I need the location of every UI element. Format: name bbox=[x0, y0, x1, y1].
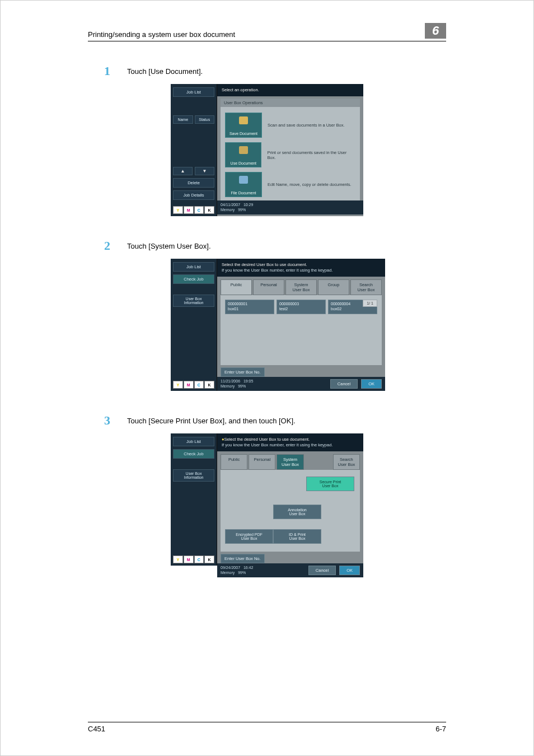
check-job-button[interactable]: Check Job bbox=[173, 449, 214, 459]
save-document-button[interactable]: Save Document bbox=[225, 113, 262, 138]
tab-search[interactable]: Search User Box bbox=[333, 454, 360, 470]
user-box-item[interactable]: 000000001 box01 bbox=[225, 300, 274, 314]
toner-m: M bbox=[184, 556, 194, 563]
tab-bar: Public Personal System User Box Group Se… bbox=[217, 277, 385, 295]
toner-k: K bbox=[204, 206, 214, 214]
user-box-info-button[interactable]: User Box Information bbox=[173, 469, 214, 482]
check-job-button[interactable]: Check Job bbox=[173, 274, 214, 284]
sidebar: Job List Check Job User Box Information … bbox=[171, 433, 217, 566]
use-label: Use Document bbox=[231, 161, 256, 165]
tab-search[interactable]: Search User Box bbox=[350, 279, 382, 295]
ok-button[interactable]: OK bbox=[361, 379, 382, 389]
file-label: File Document bbox=[231, 191, 256, 195]
file-document-button[interactable]: File Document bbox=[225, 172, 262, 197]
tab-group[interactable]: Group bbox=[318, 279, 349, 295]
memory-value: 99% bbox=[238, 384, 246, 388]
instruction-line2: If you know the User Box number, enter i… bbox=[222, 268, 332, 273]
tab-bar: Public Personal System User Box Search U… bbox=[217, 451, 363, 470]
box-number: 000000001 bbox=[228, 302, 247, 306]
step-number: 2 bbox=[88, 239, 110, 253]
sidebar: Job List Name Status ▲ ▼ Delete Job Deta… bbox=[171, 84, 217, 216]
user-box-info-button[interactable]: User Box Information bbox=[173, 295, 214, 307]
toner-indicator: Y M C K bbox=[173, 556, 214, 563]
toner-c: C bbox=[194, 381, 204, 389]
use-icon bbox=[239, 146, 248, 154]
page-indicator: 1/ 1 bbox=[363, 300, 377, 307]
tab-public[interactable]: Public bbox=[221, 454, 247, 470]
step-text: Touch [System User Box]. bbox=[127, 239, 211, 250]
footer-page: 6-7 bbox=[435, 725, 446, 733]
use-document-button[interactable]: Use Document bbox=[225, 142, 261, 167]
tab-personal[interactable]: Personal bbox=[249, 454, 275, 470]
memory-label: Memory bbox=[221, 571, 235, 575]
box-number: 000000003 bbox=[279, 302, 299, 306]
file-icon bbox=[239, 176, 248, 184]
toner-c: C bbox=[194, 206, 204, 214]
delete-button[interactable]: Delete bbox=[173, 178, 214, 188]
id-print-box-button[interactable]: ID & Print User Box bbox=[273, 529, 321, 544]
tab-system[interactable]: System User Box bbox=[277, 454, 303, 470]
box-name: test2 bbox=[279, 307, 288, 311]
step-number: 3 bbox=[88, 413, 110, 428]
scroll-down-icon[interactable]: ▼ bbox=[195, 167, 214, 175]
status-bar: 11/21/2006 19:05 Memory 99% Cancel OK bbox=[217, 377, 385, 391]
use-description: Print or send documents saved in the Use… bbox=[267, 150, 355, 160]
system-box-panel: Secure Print User Box Annotation User Bo… bbox=[221, 470, 360, 552]
toner-y: Y bbox=[173, 381, 183, 389]
scroll-up-icon[interactable]: ▲ bbox=[173, 167, 193, 175]
box-name: box02 bbox=[331, 307, 341, 311]
time-value: 16:42 bbox=[243, 566, 254, 570]
job-list-button[interactable]: Job List bbox=[173, 262, 214, 272]
step-1: 1 Touch [Use Document]. bbox=[88, 64, 446, 78]
encrypted-pdf-box-button[interactable]: Encrypted PDF User Box bbox=[225, 529, 273, 544]
toner-indicator: Y M C K bbox=[173, 381, 214, 389]
user-box-item[interactable]: 000000003 test2 bbox=[277, 300, 326, 314]
enter-box-no-button[interactable]: Enter User Box No. bbox=[221, 367, 265, 377]
instruction-line1: Select the desired User Box to use docum… bbox=[222, 262, 307, 267]
memory-value: 99% bbox=[238, 208, 246, 212]
step-text: Touch [Secure Print User Box], and then … bbox=[127, 413, 296, 425]
instruction-line2: If you know the User Box number, enter i… bbox=[222, 442, 332, 447]
secure-print-box-button[interactable]: Secure Print User Box bbox=[306, 477, 354, 491]
tab-personal[interactable]: Personal bbox=[253, 279, 284, 295]
time-value: 19:05 bbox=[243, 379, 254, 383]
box-name: box01 bbox=[228, 307, 238, 311]
instruction-bar: ●Select the desired User Box to use docu… bbox=[217, 433, 363, 451]
toner-y: Y bbox=[173, 556, 183, 563]
step-number: 1 bbox=[88, 64, 110, 78]
date-value: 09/24/2007 bbox=[221, 566, 240, 570]
toner-k: K bbox=[204, 556, 214, 563]
chapter-badge: 6 bbox=[425, 23, 446, 39]
memory-label: Memory bbox=[221, 208, 235, 212]
toner-c: C bbox=[194, 556, 204, 563]
job-list-button[interactable]: Job List bbox=[173, 87, 214, 97]
date-value: 04/11/2007 bbox=[221, 203, 240, 207]
step-text: Touch [Use Document]. bbox=[127, 64, 203, 76]
step-3: 3 Touch [Secure Print User Box], and the… bbox=[88, 413, 446, 428]
instruction-text: Select an operation. bbox=[222, 87, 259, 92]
enter-box-no-button[interactable]: Enter User Box No. bbox=[221, 554, 265, 563]
job-list-button[interactable]: Job List bbox=[173, 437, 214, 446]
instruction-bar: Select the desired User Box to use docum… bbox=[217, 259, 385, 277]
tab-system[interactable]: System User Box bbox=[285, 279, 317, 295]
toner-k: K bbox=[204, 381, 214, 389]
annotation-box-button[interactable]: Annotation User Box bbox=[273, 505, 321, 519]
tab-public[interactable]: Public bbox=[221, 279, 252, 295]
cancel-button[interactable]: Cancel bbox=[330, 379, 358, 389]
toner-m: M bbox=[184, 381, 194, 389]
page-header: Printing/sending a system user box docum… bbox=[88, 23, 446, 41]
date-value: 11/21/2006 bbox=[221, 379, 240, 383]
section-title: User Box Operations bbox=[221, 99, 360, 107]
step-2: 2 Touch [System User Box]. bbox=[88, 239, 446, 253]
footer-model: C451 bbox=[88, 725, 105, 733]
document-page: Printing/sending a system user box docum… bbox=[0, 0, 534, 756]
job-details-button[interactable]: Job Details bbox=[173, 190, 214, 200]
memory-value: 99% bbox=[238, 571, 246, 575]
toner-m: M bbox=[184, 206, 194, 214]
ok-button[interactable]: OK bbox=[339, 566, 360, 575]
save-description: Scan and save documents in a User Box. bbox=[268, 123, 345, 128]
screenshot-2: Job List Check Job User Box Information … bbox=[171, 259, 363, 391]
screenshot-3: Job List Check Job User Box Information … bbox=[171, 433, 363, 566]
screenshot-1: Job List Name Status ▲ ▼ Delete Job Deta… bbox=[171, 84, 363, 216]
cancel-button[interactable]: Cancel bbox=[308, 566, 336, 575]
